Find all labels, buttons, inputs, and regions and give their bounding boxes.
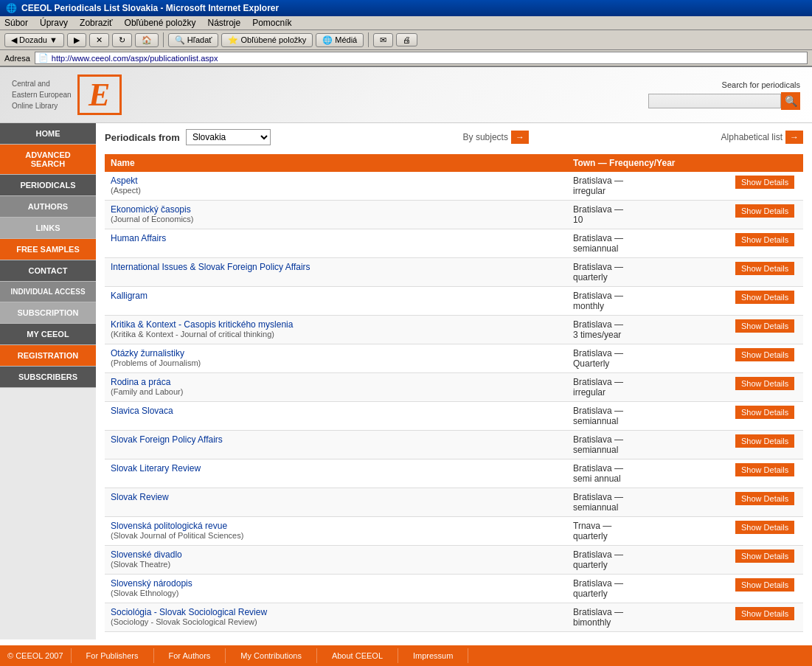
sidebar-item-subscription[interactable]: SUBSCRIPTION [0, 302, 96, 324]
journal-name[interactable]: Aspekt [111, 176, 138, 186]
town-freq-cell: Bratislava —semi annual [567, 459, 729, 488]
show-details-button[interactable]: Show Details [735, 377, 794, 390]
periodicals-from: Periodicals from Slovakia Czech Republic… [105, 129, 271, 145]
journal-name[interactable]: Slovak Review [111, 492, 169, 502]
show-details-button[interactable]: Show Details [735, 291, 794, 304]
menu-bar: Súbor Úpravy Zobraziť Obľúbené položky N… [0, 16, 812, 30]
alphabetical-label: Alphabetical list [721, 132, 782, 142]
sidebar-item-links[interactable]: LINKS [0, 218, 96, 239]
town-freq-cell: Bratislava —semiannual [567, 431, 729, 459]
journal-name[interactable]: Slovenská politologická revue [111, 521, 227, 531]
table-row: International Issues & Slovak Foreign Po… [105, 258, 803, 287]
journal-name[interactable]: International Issues & Slovak Foreign Po… [111, 262, 310, 272]
journal-name[interactable]: Kritika & Kontext - Casopis kritického m… [111, 319, 293, 330]
footer-tab-about[interactable]: About CEEOL [317, 648, 398, 663]
show-details-button[interactable]: Show Details [735, 607, 794, 620]
journal-name[interactable]: Human Affairs [111, 233, 166, 243]
back-button[interactable]: ◀ Dozadu ▼ [4, 33, 64, 47]
journal-name[interactable]: Slovak Foreign Policy Affairs [111, 434, 223, 445]
journal-name[interactable]: Slavica Slovaca [111, 406, 173, 416]
by-subjects-label: By subjects [463, 132, 508, 142]
sidebar-item-home[interactable]: HOME [0, 123, 96, 145]
action-cell: Show Details [729, 373, 803, 402]
sidebar-item-registration[interactable]: REGISTRATION [0, 345, 96, 367]
show-details-button[interactable]: Show Details [735, 319, 794, 333]
show-details-button[interactable]: Show Details [735, 262, 794, 275]
sidebar-item-individual-access[interactable]: INDIVIDUAL ACCESS [0, 282, 96, 302]
footer-tab-authors[interactable]: For Authors [154, 648, 226, 663]
sidebar-item-my-ceeol[interactable]: MY CEEOL [0, 324, 96, 345]
address-bar: Adresa 📄 http://www.ceeol.com/aspx/publi… [0, 50, 812, 67]
alphabetical-arrow[interactable]: → [785, 131, 803, 144]
menu-nastroje[interactable]: Nástroje [207, 18, 240, 28]
journal-name-cell: International Issues & Slovak Foreign Po… [105, 258, 567, 287]
site-header: Central and Eastern European Online Libr… [0, 67, 812, 123]
show-details-button[interactable]: Show Details [735, 233, 794, 246]
journal-name[interactable]: Slovenské divadlo [111, 549, 182, 560]
sidebar-item-subscribers[interactable]: SUBSCRIBERS [0, 367, 96, 388]
show-details-button[interactable]: Show Details [735, 521, 794, 534]
action-cell: Show Details [729, 517, 803, 546]
by-subjects-arrow[interactable]: → [511, 131, 529, 144]
journal-name[interactable]: Sociológia - Slovak Sociological Review [111, 607, 267, 617]
show-details-button[interactable]: Show Details [735, 406, 794, 419]
footer-tabs: © CEEOL 2007 For Publishers For Authors … [0, 645, 812, 666]
show-details-button[interactable]: Show Details [735, 434, 794, 448]
journal-subtitle: (Slovak Journal of Political Sciences) [111, 531, 561, 540]
sidebar-item-contact[interactable]: CONTACT [0, 260, 96, 282]
journal-name[interactable]: Ekonomický časopis [111, 204, 191, 215]
search-toolbar-button[interactable]: 🔍 Hľadať [168, 33, 219, 47]
show-details-button[interactable]: Show Details [735, 463, 794, 476]
town-freq-cell: Bratislava —irregular [567, 373, 729, 402]
show-details-button[interactable]: Show Details [735, 204, 794, 218]
journal-name[interactable]: Kalligram [111, 291, 148, 301]
table-row: Slovak Foreign Policy AffairsBratislava … [105, 431, 803, 459]
show-details-button[interactable]: Show Details [735, 176, 794, 189]
journal-name-cell: Ekonomický časopis(Journal of Economics) [105, 201, 567, 229]
country-select[interactable]: Slovakia Czech Republic Hungary Poland R… [186, 129, 271, 145]
town-freq-cell: Bratislava —quarterly [567, 575, 729, 603]
forward-button[interactable]: ▶ [67, 33, 86, 47]
journal-name[interactable]: Rodina a práca [111, 377, 170, 387]
sidebar-item-periodicals[interactable]: PERIODICALS [0, 175, 96, 196]
alphabetical-link[interactable]: Alphabetical list → [721, 131, 803, 144]
show-details-button[interactable]: Show Details [735, 492, 794, 505]
home-button[interactable]: 🏠 [135, 33, 159, 47]
menu-oblubene[interactable]: Obľúbené položky [125, 18, 196, 28]
by-subjects-link[interactable]: By subjects → [463, 131, 529, 144]
footer-tab-impressum[interactable]: Impressum [398, 648, 468, 663]
favorites-button[interactable]: ⭐ Obľúbené položky [221, 33, 313, 47]
page-icon: 📄 [38, 53, 49, 63]
sidebar-item-authors[interactable]: AUTHORS [0, 196, 96, 218]
journal-name[interactable]: Slovenský národopis [111, 578, 192, 589]
menu-zobrazit[interactable]: Zobraziť [80, 18, 113, 28]
town-freq-cell: Bratislava —semiannual [567, 229, 729, 258]
show-details-button[interactable]: Show Details [735, 348, 794, 361]
menu-suhor[interactable]: Súbor [4, 18, 28, 28]
menu-pomocnik[interactable]: Pomocník [252, 18, 291, 28]
search-area: Search for periodicals 🔍 [648, 80, 800, 110]
search-submit-button[interactable]: 🔍 [781, 92, 800, 110]
address-input[interactable]: 📄 http://www.ceeol.com/aspx/publicationl… [35, 52, 808, 64]
refresh-button[interactable]: ↻ [112, 33, 132, 47]
show-details-button[interactable]: Show Details [735, 549, 794, 563]
journal-name-cell: Slovenský národopis(Slovak Ethnology) [105, 575, 567, 603]
search-input[interactable] [648, 94, 781, 108]
mail-button[interactable]: ✉ [373, 33, 393, 47]
footer-tab-my-contributions[interactable]: My Contributions [226, 648, 317, 663]
stop-button[interactable]: ✕ [89, 33, 109, 47]
media-button[interactable]: 🌐 Médiá [316, 33, 364, 47]
sidebar-item-free-samples[interactable]: FREE SAMPLES [0, 239, 96, 260]
show-details-button[interactable]: Show Details [735, 578, 794, 592]
footer-tab-publishers[interactable]: For Publishers [72, 648, 154, 663]
col-town-freq: Town — Frequency/Year [567, 154, 729, 172]
table-row: Rodina a práca(Family and Labour)Bratisl… [105, 373, 803, 402]
sidebar-item-advanced-search[interactable]: ADVANCED SEARCH [0, 145, 96, 175]
toolbar: ◀ Dozadu ▼ ▶ ✕ ↻ 🏠 🔍 Hľadať ⭐ Obľúbené p… [0, 30, 812, 50]
print-button[interactable]: 🖨 [396, 33, 417, 46]
journal-subtitle: (Slovak Ethnology) [111, 589, 561, 597]
menu-upravy[interactable]: Úpravy [40, 18, 68, 28]
journal-name[interactable]: Otázky žurnalistiky [111, 348, 184, 358]
journal-name[interactable]: Slovak Literary Review [111, 463, 201, 474]
col-action [729, 154, 803, 172]
